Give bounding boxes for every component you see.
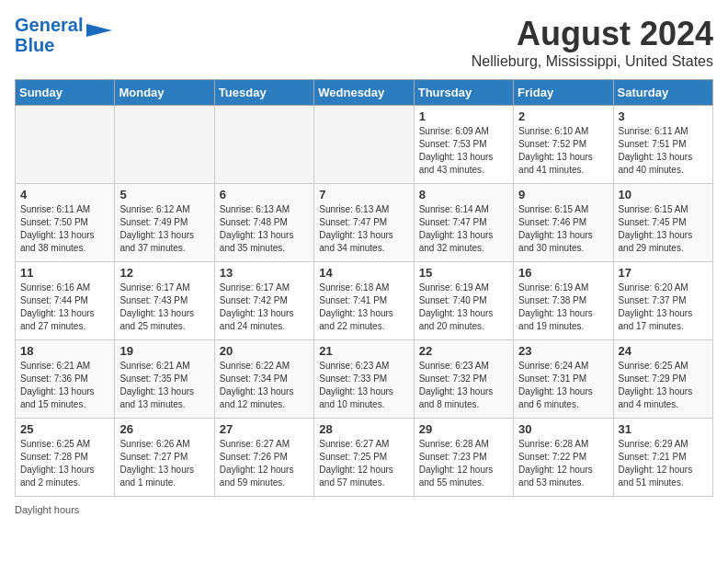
day-number: 9	[518, 188, 608, 201]
day-number: 16	[518, 266, 608, 280]
day-info: Sunrise: 6:25 AM Sunset: 7:28 PM Dayligh…	[20, 438, 109, 489]
day-info: Sunrise: 6:28 AM Sunset: 7:22 PM Dayligh…	[518, 438, 608, 489]
calendar-cell: 8Sunrise: 6:14 AM Sunset: 7:47 PM Daylig…	[414, 184, 513, 262]
day-number: 14	[319, 266, 408, 280]
logo: General Blue	[15, 15, 112, 55]
day-number: 13	[220, 266, 309, 280]
calendar-cell: 28Sunrise: 6:27 AM Sunset: 7:25 PM Dayli…	[314, 419, 414, 497]
calendar-cell: 2Sunrise: 6:10 AM Sunset: 7:52 PM Daylig…	[514, 106, 613, 184]
calendar-cell: 1Sunrise: 6:09 AM Sunset: 7:53 PM Daylig…	[414, 106, 513, 184]
calendar-cell: 19Sunrise: 6:21 AM Sunset: 7:35 PM Dayli…	[115, 340, 214, 419]
title-area: August 2024 Nellieburg, Mississippi, Uni…	[472, 15, 713, 70]
week-row: 1Sunrise: 6:09 AM Sunset: 7:53 PM Daylig…	[16, 106, 713, 184]
col-header-monday: Monday	[115, 80, 214, 106]
calendar-cell: 4Sunrise: 6:11 AM Sunset: 7:50 PM Daylig…	[16, 184, 115, 262]
week-row: 4Sunrise: 6:11 AM Sunset: 7:50 PM Daylig…	[16, 184, 713, 262]
day-info: Sunrise: 6:17 AM Sunset: 7:42 PM Dayligh…	[220, 282, 309, 333]
calendar-cell: 18Sunrise: 6:21 AM Sunset: 7:36 PM Dayli…	[16, 340, 115, 419]
day-info: Sunrise: 6:10 AM Sunset: 7:52 PM Dayligh…	[518, 125, 608, 177]
day-number: 20	[220, 344, 309, 358]
day-number: 18	[20, 344, 109, 358]
main-title: August 2024	[472, 15, 713, 53]
week-row: 25Sunrise: 6:25 AM Sunset: 7:28 PM Dayli…	[16, 419, 713, 497]
day-number: 15	[419, 266, 508, 280]
col-header-sunday: Sunday	[16, 80, 115, 106]
day-info: Sunrise: 6:15 AM Sunset: 7:45 PM Dayligh…	[619, 203, 708, 255]
day-number: 31	[619, 422, 708, 436]
calendar-cell: 7Sunrise: 6:13 AM Sunset: 7:47 PM Daylig…	[314, 184, 414, 262]
day-number: 28	[319, 422, 408, 436]
day-number: 30	[518, 422, 608, 436]
logo-icon	[86, 24, 112, 37]
day-number: 22	[419, 344, 508, 358]
calendar-cell: 10Sunrise: 6:15 AM Sunset: 7:45 PM Dayli…	[613, 184, 712, 262]
day-info: Sunrise: 6:11 AM Sunset: 7:50 PM Dayligh…	[20, 203, 109, 255]
calendar-cell: 22Sunrise: 6:23 AM Sunset: 7:32 PM Dayli…	[414, 340, 513, 419]
day-info: Sunrise: 6:09 AM Sunset: 7:53 PM Dayligh…	[419, 125, 508, 177]
day-number: 24	[619, 344, 708, 358]
day-info: Sunrise: 6:19 AM Sunset: 7:38 PM Dayligh…	[518, 282, 608, 333]
logo-text: General Blue	[15, 15, 83, 55]
day-number: 17	[619, 266, 708, 280]
day-info: Sunrise: 6:21 AM Sunset: 7:35 PM Dayligh…	[119, 360, 209, 411]
day-info: Sunrise: 6:11 AM Sunset: 7:51 PM Dayligh…	[619, 125, 708, 177]
day-number: 26	[119, 422, 209, 436]
day-number: 29	[419, 422, 508, 436]
calendar-cell: 27Sunrise: 6:27 AM Sunset: 7:26 PM Dayli…	[214, 419, 313, 497]
day-info: Sunrise: 6:20 AM Sunset: 7:37 PM Dayligh…	[619, 282, 708, 333]
calendar-cell: 20Sunrise: 6:22 AM Sunset: 7:34 PM Dayli…	[214, 340, 313, 419]
col-header-saturday: Saturday	[613, 80, 712, 106]
day-info: Sunrise: 6:16 AM Sunset: 7:44 PM Dayligh…	[20, 282, 109, 333]
day-info: Sunrise: 6:22 AM Sunset: 7:34 PM Dayligh…	[220, 360, 309, 411]
calendar-cell	[314, 106, 414, 184]
calendar-cell: 17Sunrise: 6:20 AM Sunset: 7:37 PM Dayli…	[613, 262, 712, 340]
day-info: Sunrise: 6:13 AM Sunset: 7:47 PM Dayligh…	[319, 203, 408, 255]
day-number: 27	[220, 422, 309, 436]
day-number: 1	[419, 109, 508, 123]
day-number: 25	[20, 422, 109, 436]
day-info: Sunrise: 6:17 AM Sunset: 7:43 PM Dayligh…	[119, 282, 209, 333]
calendar-cell: 16Sunrise: 6:19 AM Sunset: 7:38 PM Dayli…	[514, 262, 613, 340]
page-header: General Blue August 2024 Nellieburg, Mis…	[15, 15, 713, 70]
day-info: Sunrise: 6:18 AM Sunset: 7:41 PM Dayligh…	[319, 282, 408, 333]
day-info: Sunrise: 6:19 AM Sunset: 7:40 PM Dayligh…	[419, 282, 508, 333]
day-info: Sunrise: 6:29 AM Sunset: 7:21 PM Dayligh…	[619, 438, 708, 489]
col-header-friday: Friday	[514, 80, 613, 106]
day-number: 4	[20, 188, 109, 201]
calendar-cell: 13Sunrise: 6:17 AM Sunset: 7:42 PM Dayli…	[214, 262, 313, 340]
day-number: 10	[619, 188, 708, 201]
calendar-cell: 29Sunrise: 6:28 AM Sunset: 7:23 PM Dayli…	[414, 419, 513, 497]
calendar-cell: 25Sunrise: 6:25 AM Sunset: 7:28 PM Dayli…	[16, 419, 115, 497]
col-header-wednesday: Wednesday	[314, 80, 414, 106]
calendar-cell: 9Sunrise: 6:15 AM Sunset: 7:46 PM Daylig…	[514, 184, 613, 262]
week-row: 11Sunrise: 6:16 AM Sunset: 7:44 PM Dayli…	[16, 262, 713, 340]
calendar-cell: 24Sunrise: 6:25 AM Sunset: 7:29 PM Dayli…	[613, 340, 712, 419]
calendar-cell	[16, 106, 115, 184]
day-info: Sunrise: 6:25 AM Sunset: 7:29 PM Dayligh…	[619, 360, 708, 411]
col-header-thursday: Thursday	[414, 80, 513, 106]
calendar-cell: 11Sunrise: 6:16 AM Sunset: 7:44 PM Dayli…	[16, 262, 115, 340]
calendar-cell: 31Sunrise: 6:29 AM Sunset: 7:21 PM Dayli…	[613, 419, 712, 497]
day-number: 8	[419, 188, 508, 201]
calendar-cell: 26Sunrise: 6:26 AM Sunset: 7:27 PM Dayli…	[115, 419, 214, 497]
day-number: 5	[119, 188, 209, 201]
day-info: Sunrise: 6:14 AM Sunset: 7:47 PM Dayligh…	[419, 203, 508, 255]
day-number: 12	[119, 266, 209, 280]
day-number: 7	[319, 188, 408, 201]
header-row: SundayMondayTuesdayWednesdayThursdayFrid…	[16, 80, 713, 106]
calendar-cell: 23Sunrise: 6:24 AM Sunset: 7:31 PM Dayli…	[514, 340, 613, 419]
day-info: Sunrise: 6:21 AM Sunset: 7:36 PM Dayligh…	[20, 360, 109, 411]
calendar-cell	[115, 106, 214, 184]
day-info: Sunrise: 6:15 AM Sunset: 7:46 PM Dayligh…	[518, 203, 608, 255]
day-info: Sunrise: 6:27 AM Sunset: 7:26 PM Dayligh…	[220, 438, 309, 489]
day-info: Sunrise: 6:23 AM Sunset: 7:33 PM Dayligh…	[319, 360, 408, 411]
day-number: 19	[119, 344, 209, 358]
day-info: Sunrise: 6:23 AM Sunset: 7:32 PM Dayligh…	[419, 360, 508, 411]
calendar-cell: 6Sunrise: 6:13 AM Sunset: 7:48 PM Daylig…	[214, 184, 313, 262]
day-info: Sunrise: 6:13 AM Sunset: 7:48 PM Dayligh…	[220, 203, 309, 255]
week-row: 18Sunrise: 6:21 AM Sunset: 7:36 PM Dayli…	[16, 340, 713, 419]
day-number: 3	[619, 109, 708, 123]
subtitle: Nellieburg, Mississippi, United States	[472, 53, 713, 70]
day-number: 23	[518, 344, 608, 358]
calendar-cell: 12Sunrise: 6:17 AM Sunset: 7:43 PM Dayli…	[115, 262, 214, 340]
